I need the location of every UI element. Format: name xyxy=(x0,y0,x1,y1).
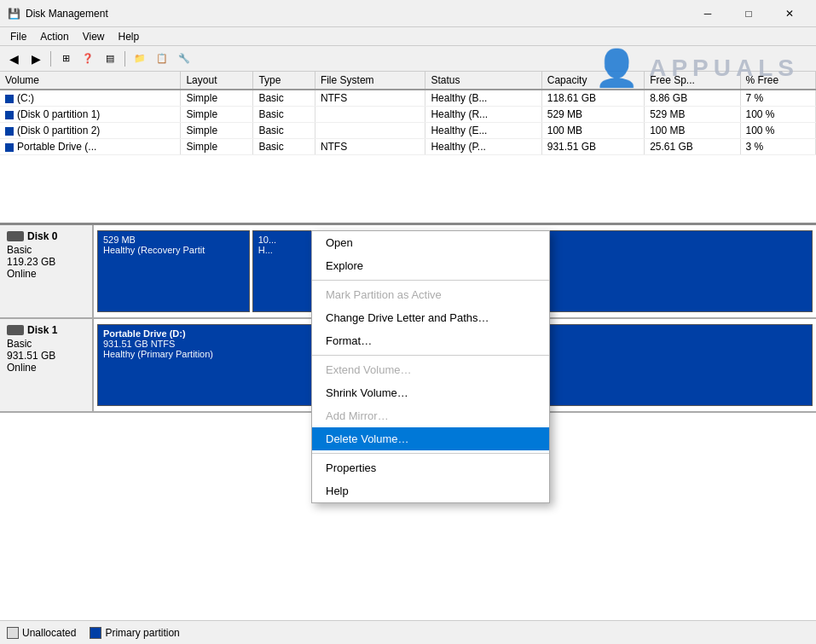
toolbar-back[interactable]: ◀ xyxy=(3,49,24,69)
partition-status-label: H... xyxy=(258,245,315,255)
col-filesystem: File System xyxy=(315,72,425,90)
context-menu-separator xyxy=(312,355,549,356)
volume-table-area: Volume Layout Type File System Status Ca… xyxy=(0,72,816,225)
cell-filesystem: NTFS xyxy=(315,139,425,155)
legend-primary-box xyxy=(90,627,101,639)
disk-0-name: Disk 0 xyxy=(27,230,57,242)
toolbar-btn3[interactable]: ▤ xyxy=(100,49,120,69)
partition-size-label: 529 MB xyxy=(103,235,244,245)
table-row[interactable]: (Disk 0 partition 1) Simple Basic Health… xyxy=(0,107,816,123)
cell-volume: (Disk 0 partition 1) xyxy=(0,107,181,123)
cell-volume: (C:) xyxy=(0,90,181,107)
toolbar-btn5[interactable]: 📋 xyxy=(152,49,172,69)
watermark-text: APPUALS xyxy=(649,55,799,82)
cell-percent: 7 % xyxy=(740,90,815,107)
context-menu-separator xyxy=(312,453,549,454)
cell-volume: (Disk 0 partition 2) xyxy=(0,123,181,139)
table-row[interactable]: Portable Drive (... Simple Basic NTFS He… xyxy=(0,139,816,155)
cell-status: Healthy (P... xyxy=(425,139,541,155)
legend-primary: Primary partition xyxy=(90,627,179,639)
cell-type: Basic xyxy=(253,90,315,107)
cell-free: 25.61 GB xyxy=(645,139,740,155)
toolbar-sep1 xyxy=(50,51,51,67)
menu-action[interactable]: Action xyxy=(33,29,75,44)
menu-help[interactable]: Help xyxy=(112,29,147,44)
cell-type: Basic xyxy=(253,123,315,139)
close-button[interactable]: ✕ xyxy=(770,0,809,27)
cell-percent: 100 % xyxy=(740,123,815,139)
cell-layout: Simple xyxy=(181,107,253,123)
cell-capacity: 529 MB xyxy=(541,107,644,123)
cell-type: Basic xyxy=(253,139,315,155)
context-menu: OpenExploreMark Partition as ActiveChang… xyxy=(311,230,550,503)
disk-0-type: Basic xyxy=(7,244,85,256)
cell-filesystem: NTFS xyxy=(315,90,425,107)
context-menu-item[interactable]: Delete Volume… xyxy=(312,427,549,450)
cell-percent: 100 % xyxy=(740,107,815,123)
cell-capacity: 118.61 GB xyxy=(541,90,644,107)
disk-0-partition-2[interactable]: 10... H... xyxy=(252,230,321,312)
toolbar-btn2[interactable]: ❓ xyxy=(78,49,98,69)
col-volume: Volume xyxy=(0,72,181,90)
col-type: Type xyxy=(253,72,315,90)
legend-unallocated-box xyxy=(7,627,19,639)
disk-1-size: 931.51 GB xyxy=(7,350,85,362)
context-menu-separator xyxy=(312,280,549,281)
context-menu-item[interactable]: Help xyxy=(312,479,549,502)
table-row[interactable]: (Disk 0 partition 2) Simple Basic Health… xyxy=(0,123,816,139)
window-title: Disk Management xyxy=(26,8,688,20)
disk-0-label: Disk 0 Basic 119.23 GB Online xyxy=(0,225,94,317)
title-bar: 💾 Disk Management ─ □ ✕ xyxy=(0,0,816,27)
context-menu-item: Add Mirror… xyxy=(312,404,549,427)
menu-view[interactable]: View xyxy=(76,29,112,44)
col-layout: Layout xyxy=(181,72,253,90)
toolbar-sep2 xyxy=(124,51,125,67)
cell-status: Healthy (E... xyxy=(425,123,541,139)
cell-capacity: 931.51 GB xyxy=(541,139,644,155)
minimize-button[interactable]: ─ xyxy=(688,0,727,27)
maximize-button[interactable]: □ xyxy=(729,0,768,27)
context-menu-item[interactable]: Explore xyxy=(312,254,549,277)
table-row[interactable]: (C:) Simple Basic NTFS Healthy (B... 118… xyxy=(0,90,816,107)
cell-free: 100 MB xyxy=(645,123,740,139)
context-menu-item[interactable]: Shrink Volume… xyxy=(312,381,549,404)
cell-status: Healthy (B... xyxy=(425,90,541,107)
cell-layout: Simple xyxy=(181,123,253,139)
app-icon: 💾 xyxy=(7,7,20,20)
cell-layout: Simple xyxy=(181,139,253,155)
disk-0-status: Online xyxy=(7,268,85,280)
disk-0-size: 119.23 GB xyxy=(7,256,85,268)
cell-layout: Simple xyxy=(181,90,253,107)
cell-filesystem xyxy=(315,107,425,123)
toolbar-btn1[interactable]: ⊞ xyxy=(55,49,76,69)
disk-1-label: Disk 1 Basic 931.51 GB Online xyxy=(0,319,94,411)
context-menu-item: Mark Partition as Active xyxy=(312,283,549,306)
cell-free: 8.86 GB xyxy=(645,90,740,107)
disk-1-type: Basic xyxy=(7,338,85,350)
disk-0-partition-1[interactable]: 529 MB Healthy (Recovery Partit xyxy=(97,230,250,312)
watermark: 👤 APPUALS xyxy=(594,47,799,89)
cell-volume: Portable Drive (... xyxy=(0,139,181,155)
cell-type: Basic xyxy=(253,107,315,123)
status-bar: Unallocated Primary partition xyxy=(0,620,816,644)
toolbar-btn4[interactable]: 📁 xyxy=(130,49,150,69)
context-menu-item[interactable]: Format… xyxy=(312,329,549,352)
context-menu-item: Extend Volume… xyxy=(312,358,549,381)
context-menu-item[interactable]: Properties xyxy=(312,456,549,479)
menu-bar: File Action View Help xyxy=(0,27,816,46)
legend-primary-label: Primary partition xyxy=(105,627,179,639)
cell-status: Healthy (R... xyxy=(425,107,541,123)
toolbar-btn6[interactable]: 🔧 xyxy=(174,49,194,69)
context-menu-item[interactable]: Change Drive Letter and Paths… xyxy=(312,306,549,329)
cell-percent: 3 % xyxy=(740,139,815,155)
cell-filesystem xyxy=(315,123,425,139)
partition-status-label: Healthy (Recovery Partit xyxy=(103,245,244,255)
disk-1-status: Online xyxy=(7,362,85,374)
disk-1-name: Disk 1 xyxy=(27,324,57,336)
menu-file[interactable]: File xyxy=(3,29,33,44)
toolbar-forward[interactable]: ▶ xyxy=(26,49,46,69)
context-menu-item[interactable]: Open xyxy=(312,231,549,254)
cell-free: 529 MB xyxy=(645,107,740,123)
legend-unallocated: Unallocated xyxy=(7,627,76,639)
partition-size-label: 10... xyxy=(258,235,315,245)
